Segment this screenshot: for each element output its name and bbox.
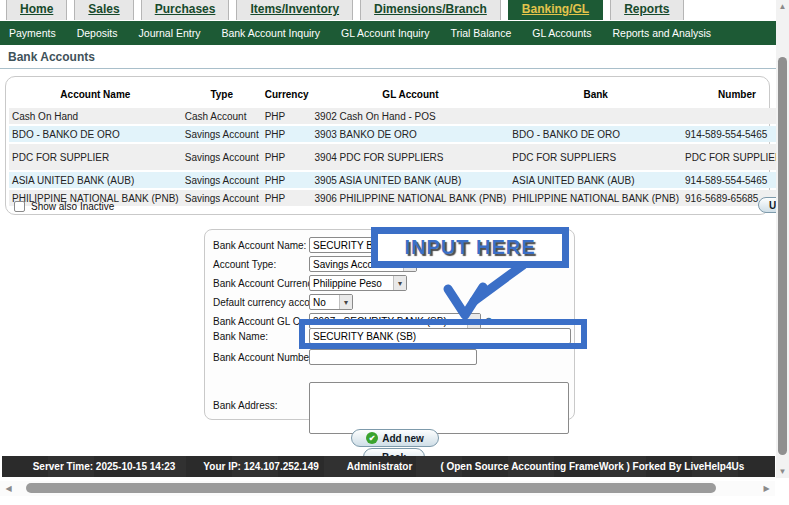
input-here-label: INPUT HERE	[404, 236, 535, 259]
bank-name-input[interactable]	[309, 328, 571, 344]
app-window: Home Sales Purchases Items/Inventory Dim…	[0, 0, 789, 505]
tab-items-inventory[interactable]: Items/Inventory	[236, 0, 353, 20]
chevron-down-icon: ▾	[339, 295, 352, 309]
show-inactive-checkbox[interactable]	[14, 201, 25, 212]
menu-item-trial-balance[interactable]: Trial Balance	[450, 27, 511, 39]
bank-accounts-panel: Account Name Type Currency GL Account Ba…	[5, 76, 770, 215]
menu-item-deposits[interactable]: Deposits	[77, 27, 118, 39]
refresh-icon[interactable]: ⟳	[485, 315, 494, 328]
bank-address-textarea[interactable]	[309, 382, 569, 434]
account-type-label: Account Type:	[213, 259, 309, 270]
menu-item-reports-and-analysis[interactable]: Reports and Analysis	[612, 27, 711, 39]
tab-banking-gl[interactable]: Banking/GL	[508, 0, 603, 20]
bank-account-gl-code-select[interactable]: 3907 SECURITY BANK (SB) ▾	[309, 313, 481, 329]
framework-credit: ( Open Source Accounting FrameWork ) For…	[440, 461, 744, 472]
check-icon: ✔	[366, 432, 378, 444]
col-header-type: Type	[182, 82, 262, 106]
default-currency-account-select[interactable]: No ▾	[309, 294, 353, 310]
table-row: ASIA UNITED BANK (AUB) Savings Account P…	[9, 172, 789, 188]
bank-account-currency-select[interactable]: Philippine Peso ▾	[309, 275, 407, 291]
tab-dimensions-branch[interactable]: Dimensions/Branch	[360, 0, 501, 20]
your-ip: Your IP: 124.107.252.149	[203, 461, 318, 472]
scroll-right-icon[interactable]: ▶	[760, 484, 773, 493]
input-here-callout: INPUT HERE	[371, 227, 569, 268]
table-row: BDO - BANKO DE ORO Savings Account PHP 3…	[9, 126, 789, 142]
tab-sales[interactable]: Sales	[74, 0, 133, 20]
vertical-scrollbar-thumb[interactable]	[778, 57, 787, 455]
tab-home[interactable]: Home	[6, 0, 67, 20]
bank-name-label: Bank Name:	[213, 331, 309, 342]
menu-item-gl-accounts[interactable]: GL Accounts	[532, 27, 591, 39]
default-currency-account-label: Default currency account:	[213, 297, 309, 308]
horizontal-scrollbar-thumb[interactable]	[26, 483, 716, 493]
bank-address-label: Bank Address:	[213, 382, 309, 411]
scroll-down-icon[interactable]: ▼	[776, 467, 789, 476]
tab-purchases[interactable]: Purchases	[141, 0, 230, 20]
col-header-bank: Bank	[509, 82, 682, 106]
server-time: Server Time: 2025-10-15 14:23	[33, 461, 176, 472]
bank-accounts-table: Account Name Type Currency GL Account Ba…	[9, 80, 789, 208]
table-row: Cash On Hand Cash Account PHP 3902 Cash …	[9, 108, 789, 124]
table-row: PDC FOR SUPPLIER Savings Account PHP 390…	[9, 144, 789, 170]
col-header-number: Number	[682, 82, 789, 106]
bank-account-number-label: Bank Account Number:	[213, 352, 309, 363]
chevron-down-icon: ▾	[467, 314, 480, 328]
add-new-button[interactable]: ✔ Add new	[351, 429, 439, 447]
bank-account-currency-label: Bank Account Currency:	[213, 278, 309, 289]
col-header-currency: Currency	[262, 82, 312, 106]
logged-in-user: Administrator	[347, 461, 413, 472]
menu-item-payments[interactable]: Payments	[9, 27, 56, 39]
banking-gl-menubar: Payments Deposits Journal Entry Bank Acc…	[0, 21, 777, 45]
status-bar: Server Time: 2025-10-15 14:23 Your IP: 1…	[2, 456, 775, 477]
horizontal-scrollbar[interactable]: ◀ ▶	[0, 481, 775, 496]
table-row: PHILIPPINE NATIONAL BANK (PNB) Savings A…	[9, 190, 789, 206]
tab-reports[interactable]: Reports	[610, 0, 683, 20]
bank-account-number-input[interactable]	[309, 349, 477, 365]
main-tab-bar: Home Sales Purchases Items/Inventory Dim…	[0, 0, 777, 21]
col-header-gl-account: GL Account	[312, 82, 510, 106]
title-divider	[0, 68, 777, 69]
chevron-down-icon: ▾	[393, 276, 406, 290]
vertical-scrollbar[interactable]: ▲ ▼	[776, 0, 789, 478]
menu-item-gl-account-inquiry[interactable]: GL Account Inquiry	[341, 27, 429, 39]
show-inactive-label: Show also Inactive	[31, 201, 114, 212]
scroll-left-icon[interactable]: ◀	[2, 484, 15, 493]
page-title: Bank Accounts	[8, 50, 95, 64]
scroll-up-icon[interactable]: ▲	[776, 2, 789, 11]
bank-account-name-label: Bank Account Name:	[213, 240, 309, 251]
menu-item-bank-account-inquiry[interactable]: Bank Account Inquiry	[221, 27, 320, 39]
bank-account-gl-code-label: Bank Account GL Code:	[213, 316, 309, 327]
col-header-account-name: Account Name	[9, 82, 182, 106]
menu-item-journal-entry[interactable]: Journal Entry	[139, 27, 201, 39]
